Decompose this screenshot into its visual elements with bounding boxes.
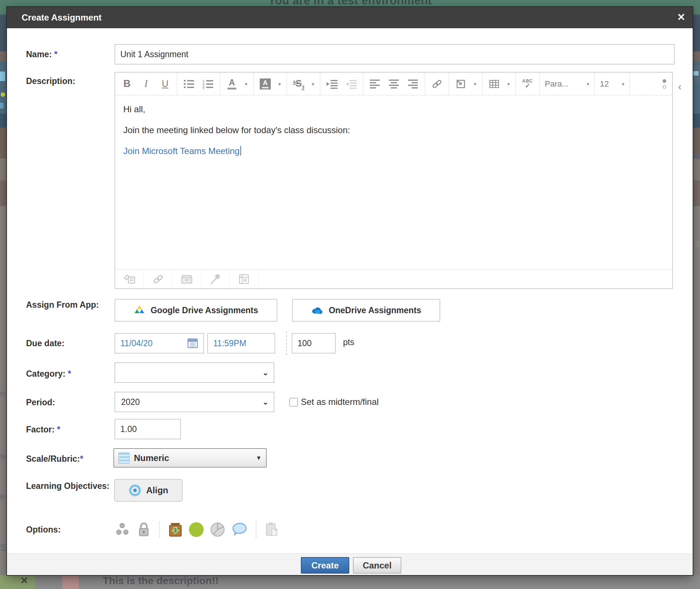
text-color-icon[interactable]: A <box>222 76 241 92</box>
grading-enabled-icon[interactable] <box>189 522 204 537</box>
strikethrough-script-icon[interactable]: aS3 <box>289 76 308 92</box>
editor-insert-strip <box>115 269 672 289</box>
font-size-dropdown[interactable]: 12 ▾ <box>595 73 630 95</box>
editor-paragraph: Hi all, <box>123 104 664 114</box>
required-asterisk: * <box>80 454 83 464</box>
midterm-checkbox[interactable] <box>289 398 298 406</box>
insert-content-dropdown-icon[interactable]: ▾ <box>470 76 480 92</box>
numeric-scale-icon <box>119 453 130 464</box>
align-left-icon[interactable] <box>365 76 384 92</box>
options-label: Options: <box>26 524 112 536</box>
chevron-down-icon: ▾ <box>622 81 624 87</box>
background-text-fragment: s <box>695 238 700 249</box>
italic-icon[interactable]: I <box>136 76 156 92</box>
paragraph-format-dropdown[interactable]: Para... ▾ <box>540 73 595 95</box>
divider <box>256 522 256 538</box>
period-select[interactable]: 2020 ⌄ <box>114 392 274 412</box>
factor-input[interactable] <box>114 419 181 439</box>
text-color-dropdown-icon[interactable]: ▾ <box>241 76 251 92</box>
lock-icon[interactable] <box>137 522 151 537</box>
background-close-chip: ✕ <box>0 575 35 589</box>
toolbar-toggle-dots-icon[interactable] <box>663 79 670 89</box>
insert-link-icon[interactable] <box>144 270 172 289</box>
create-assignment-dialog: Create Assignment ✕ Name: * Description:… <box>7 7 693 575</box>
create-button[interactable]: Create <box>301 557 349 574</box>
align-right-icon[interactable] <box>404 76 423 92</box>
record-audio-icon[interactable] <box>201 270 230 289</box>
required-asterisk: * <box>54 50 58 59</box>
due-time-input[interactable] <box>207 333 275 354</box>
background-mail-chip <box>693 65 700 84</box>
editor-collapse-icon[interactable]: ‹ <box>678 80 682 93</box>
google-drive-icon <box>134 305 145 316</box>
description-editor: B I U 123 A ▾ A <box>114 72 673 289</box>
scale-rubric-label: Scale/Rubric:* <box>26 453 112 465</box>
insert-table-icon[interactable] <box>485 76 504 92</box>
cancel-button[interactable]: Cancel <box>353 557 401 574</box>
required-asterisk: * <box>68 369 71 378</box>
name-label: Name: * <box>26 48 112 61</box>
grade-statistics-icon[interactable] <box>209 522 226 538</box>
points-input[interactable] <box>292 333 336 354</box>
google-drive-assignments-button[interactable]: Google Drive Assignments <box>114 299 277 322</box>
midterm-checkbox-label: Set as midterm/final <box>301 397 379 407</box>
chevron-down-icon: ▾ <box>587 81 589 87</box>
close-icon[interactable]: ✕ <box>677 7 685 28</box>
insert-media-icon[interactable] <box>115 270 144 289</box>
script-dropdown-icon[interactable]: ▾ <box>308 76 318 92</box>
equation-icon[interactable] <box>230 270 258 289</box>
insert-content-icon[interactable] <box>451 76 470 92</box>
chevron-down-icon: ▼ <box>256 455 262 461</box>
onedrive-icon <box>311 306 324 315</box>
insert-link-icon[interactable] <box>427 76 446 92</box>
period-label: Period: <box>26 396 112 409</box>
background-chip <box>62 575 79 589</box>
description-label: Description: <box>26 75 112 87</box>
required-asterisk: * <box>57 425 60 434</box>
options-row <box>116 520 279 539</box>
comments-icon[interactable] <box>231 522 248 537</box>
name-input[interactable] <box>114 44 675 65</box>
resources-icon[interactable] <box>172 270 201 289</box>
bullet-list-icon[interactable] <box>179 76 198 92</box>
dialog-footer: Create Cancel <box>7 553 693 575</box>
svg-text:3: 3 <box>203 85 204 89</box>
teams-meeting-link[interactable]: Join Microsoft Teams Meeting <box>123 146 240 156</box>
outdent-icon[interactable] <box>342 76 361 92</box>
dialog-title: Create Assignment <box>22 7 102 28</box>
insert-table-dropdown-icon[interactable]: ▾ <box>504 76 513 92</box>
spellcheck-icon[interactable]: ABC✓ <box>518 76 537 92</box>
align-target-icon <box>129 484 141 497</box>
midterm-checkbox-row: Set as midterm/final <box>289 392 379 412</box>
chevron-down-icon: ⌄ <box>262 398 269 406</box>
background-color-icon[interactable]: A <box>256 76 275 92</box>
calendar-icon[interactable] <box>187 338 198 348</box>
individually-assign-icon[interactable] <box>116 522 131 537</box>
divider <box>286 332 287 355</box>
submissions-dropbox-icon[interactable] <box>168 522 183 538</box>
align-center-icon[interactable] <box>384 76 404 92</box>
background-text-fragment: This is the description!! <box>103 575 219 587</box>
factor-label: Factor: * <box>26 424 112 436</box>
scale-rubric-dropdown[interactable]: Numeric ▼ <box>113 448 267 468</box>
underline-icon[interactable]: U <box>156 76 175 92</box>
description-editor-content[interactable]: Hi all, Join the meeting linked below fo… <box>115 95 672 269</box>
editor-paragraph: Join the meeting linked below for today'… <box>123 125 664 135</box>
category-select[interactable]: ⌄ <box>114 362 274 383</box>
learning-objectives-label: Learning Objectives: <box>26 480 112 492</box>
background-text-fragment: ns <box>692 150 700 162</box>
onedrive-assignments-button[interactable]: OneDrive Assignments <box>292 299 440 322</box>
assign-from-app-label: Assign From App: <box>26 299 112 311</box>
chevron-down-icon: ⌄ <box>262 368 269 377</box>
category-label: Category: * <box>26 368 112 380</box>
background-chip <box>1 92 5 97</box>
points-unit-label: pts <box>343 337 354 347</box>
numbered-list-icon[interactable]: 123 <box>198 76 218 92</box>
copy-to-sections-icon[interactable] <box>265 522 279 538</box>
editor-toolbar: B I U 123 A ▾ A <box>115 73 672 95</box>
align-objectives-button[interactable]: Align <box>114 479 183 502</box>
bold-icon[interactable]: B <box>117 76 136 92</box>
indent-icon[interactable] <box>322 76 342 92</box>
background-color-dropdown-icon[interactable]: ▾ <box>275 76 284 92</box>
background-chip <box>0 72 5 81</box>
